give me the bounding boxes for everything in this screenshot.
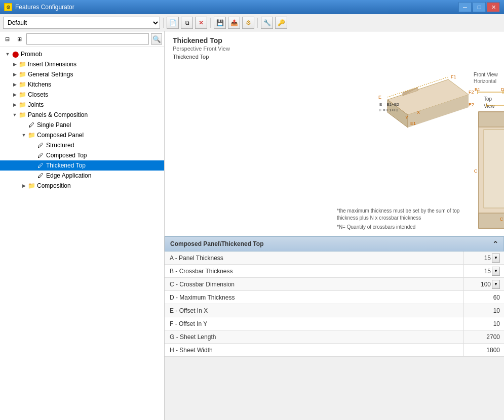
minimize-button[interactable]: ─	[458, 2, 472, 12]
prop-value-sheet-length: 2700	[463, 330, 504, 343]
property-row-maximum-thickness: D - Maximum Thickness 60	[165, 291, 504, 304]
tree-node-promob[interactable]: ▼ ⬤ Promob	[0, 49, 164, 59]
property-row-offset-x: E - Offset In X 10	[165, 304, 504, 317]
app-icon: ⚙	[4, 3, 12, 11]
tree-node-panels-composition[interactable]: ▼ 📁 Panels & Composition	[0, 110, 164, 120]
expander-composed-panel[interactable]: ▼	[20, 132, 27, 139]
folder-icon: 📁	[18, 101, 26, 109]
item-icon: 🖊	[36, 141, 45, 149]
tree-node-row-composed-panel[interactable]: ▼ 📁 Composed Panel	[0, 130, 164, 140]
close-button[interactable]: ✕	[487, 2, 500, 12]
property-row-crossbar-dimension: C - Crossbar Dimension 100 ▼	[165, 278, 504, 291]
properties-collapse-btn[interactable]: ⌃	[492, 240, 498, 248]
prop-value-offset-y: 10	[463, 317, 504, 330]
maximize-button[interactable]: □	[473, 2, 486, 12]
main-container: ⊟ ⊞ 🔍 ▼ ⬤ Promob ▶ 📁 In	[0, 31, 504, 420]
prop-dropdown-btn-panel-thickness[interactable]: ▼	[492, 254, 500, 263]
export-button[interactable]: 📤	[228, 17, 240, 29]
svg-text:F = F1+F2: F = F1+F2	[379, 108, 399, 112]
prop-value-sheet-width: 1800	[463, 344, 504, 356]
tree-node-row-kitchens[interactable]: ▶ 📁 Kitchens	[0, 79, 164, 90]
tree-node-row-composition[interactable]: ▶ 📁 Composition	[0, 181, 164, 191]
tree-node-composition[interactable]: ▶ 📁 Composition	[0, 181, 164, 191]
properties-panel: Composed Panel\Thickened Top ⌃ A - Panel…	[165, 236, 504, 420]
tree-node-joints[interactable]: ▶ 📁 Joints	[0, 100, 164, 110]
tree-label-composed-top: Composed Top	[46, 152, 87, 159]
title-bar: ⚙ Features Configurator ─ □ ✕	[0, 0, 504, 14]
tree-search-bar: ⊟ ⊞ 🔍	[0, 31, 164, 47]
tree-node-row-edge-application[interactable]: ▶ 🖊 Edge Application	[0, 171, 164, 181]
tree-node-closets[interactable]: ▶ 📁 Closets	[0, 90, 164, 100]
property-row-offset-y: F - Offset In Y 10	[165, 317, 504, 330]
help-button[interactable]: 🔧	[261, 17, 273, 29]
key-button[interactable]: 🔑	[275, 17, 287, 29]
tree-collapse-all[interactable]: ⊟	[2, 34, 12, 44]
tree-node-thickened-top[interactable]: ▶ 🖊 Thickened Top	[0, 160, 164, 171]
tree-node-row-insert-dim[interactable]: ▶ 📁 Insert Dimensions	[0, 59, 164, 69]
delete-button[interactable]: ✕	[195, 17, 207, 29]
tree-label-composed-panel: Composed Panel	[37, 132, 84, 139]
tree-node-kitchens[interactable]: ▶ 📁 Kitchens	[0, 79, 164, 90]
folder-icon: 📁	[27, 131, 35, 139]
prop-val-text: 100	[481, 281, 491, 288]
svg-text:C: C	[500, 217, 503, 222]
tree-label-promob: Promob	[21, 51, 42, 58]
toolbar-sep-1	[163, 18, 164, 28]
tree-node-insert-dim[interactable]: ▶ 📁 Insert Dimensions	[0, 59, 164, 69]
tree-label-general-settings: General Settings	[28, 71, 73, 78]
tree-node-edge-application[interactable]: ▶ 🖊 Edge Application	[0, 171, 164, 181]
copy-button[interactable]: ⧉	[181, 17, 193, 29]
new-button[interactable]: 📄	[167, 17, 179, 29]
prop-label-sheet-width: H - Sheet Width	[165, 347, 463, 354]
tree-node-composed-panel[interactable]: ▼ 📁 Composed Panel	[0, 130, 164, 140]
save-button[interactable]: 💾	[214, 17, 226, 29]
tree-node-row-joints[interactable]: ▶ 📁 Joints	[0, 100, 164, 110]
prop-val-text: 15	[484, 268, 491, 275]
tree-node-general-settings[interactable]: ▶ 📁 General Settings	[0, 69, 164, 79]
item-icon: 🖊	[27, 121, 35, 129]
prop-value-maximum-thickness: 60	[463, 291, 504, 304]
config-dropdown[interactable]: Default	[3, 17, 160, 29]
folder-icon: 📁	[18, 111, 26, 119]
tree-expand-all[interactable]: ⊞	[14, 34, 24, 44]
folder-icon: 📁	[18, 70, 26, 78]
tree-node-row-thickened-top[interactable]: ▶ 🖊 Thickened Top	[0, 160, 164, 171]
tree-search-button[interactable]: 🔍	[151, 33, 162, 45]
prop-dropdown-btn-crossbar-dimension[interactable]: ▼	[492, 280, 500, 289]
folder-icon: 📁	[27, 182, 35, 190]
tree-node-row-closets[interactable]: ▶ 📁 Closets	[0, 90, 164, 100]
tree-label-composition: Composition	[37, 182, 71, 189]
svg-text:B1: B1	[475, 87, 480, 92]
note2: *N= Quantity of crossbars intended	[337, 224, 474, 231]
tree-node-row-structured[interactable]: ▶ 🖊 Structured	[0, 140, 164, 150]
tree-node-single-panel[interactable]: ▶ 🖊 Single Panel	[0, 120, 164, 130]
tree-node-row-single-panel[interactable]: ▶ 🖊 Single Panel	[0, 120, 164, 130]
prop-value-crossbar-thickness: 15 ▼	[463, 265, 504, 277]
folder-icon: 📁	[18, 91, 26, 99]
expander-closets[interactable]: ▶	[11, 91, 18, 98]
preview-perspective-label: Perspective Front View	[173, 46, 230, 52]
tree-label-joints: Joints	[28, 101, 44, 108]
expander-general-settings[interactable]: ▶	[11, 71, 18, 78]
tree-node-row-panels-composition[interactable]: ▼ 📁 Panels & Composition	[0, 110, 164, 120]
toolbar-sep-2	[210, 18, 211, 28]
prop-value-crossbar-dimension: 100 ▼	[463, 278, 504, 290]
expander-joints[interactable]: ▶	[11, 101, 18, 108]
prop-dropdown-btn-crossbar-thickness[interactable]: ▼	[492, 267, 500, 276]
expander-composition[interactable]: ▶	[20, 182, 27, 189]
expander-insert-dim[interactable]: ▶	[11, 61, 18, 68]
tree-node-row-general-settings[interactable]: ▶ 📁 General Settings	[0, 69, 164, 79]
prop-label-panel-thickness: A - Panel Thickness	[165, 255, 463, 262]
expander-panels-composition[interactable]: ▼	[11, 111, 18, 118]
expander-kitchens[interactable]: ▶	[11, 81, 18, 88]
tree-node-row-composed-top[interactable]: ▶ 🖊 Composed Top	[0, 150, 164, 160]
tree-node-row-promob[interactable]: ▼ ⬤ Promob	[0, 49, 164, 59]
prop-val-text: 60	[493, 294, 500, 301]
expander-promob[interactable]: ▼	[4, 51, 11, 58]
tree-node-structured[interactable]: ▶ 🖊 Structured	[0, 140, 164, 150]
tree-search-input[interactable]	[26, 33, 149, 45]
settings-button[interactable]: ⚙	[242, 17, 254, 29]
prop-label-crossbar-thickness: B - Crossbar Thickness	[165, 268, 463, 275]
tree-node-composed-top[interactable]: ▶ 🖊 Composed Top	[0, 150, 164, 160]
prop-label-maximum-thickness: D - Maximum Thickness	[165, 294, 463, 301]
